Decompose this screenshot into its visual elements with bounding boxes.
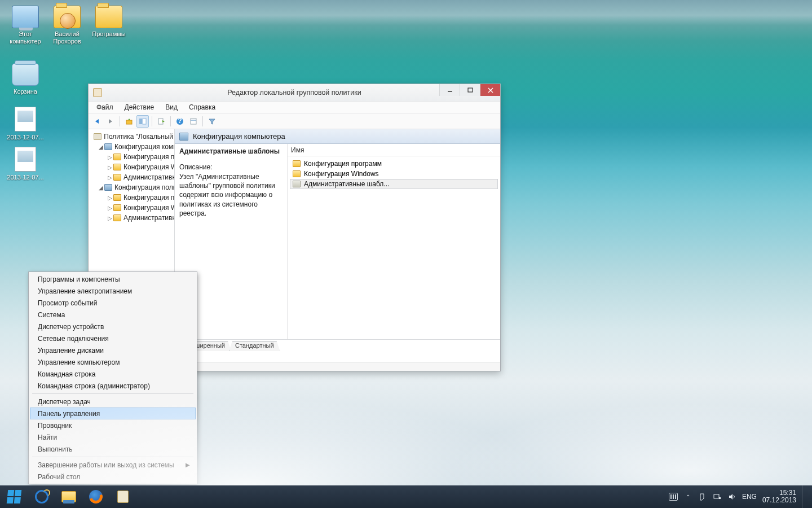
- menu-shutdown-signout[interactable]: Завершение работы или выход из системы▶: [30, 459, 196, 471]
- start-button[interactable]: [0, 485, 28, 508]
- list-item[interactable]: Конфигурация Windows: [290, 169, 498, 179]
- action-center-icon[interactable]: [698, 492, 707, 501]
- menu-network-connections[interactable]: Сетевые подключения: [30, 332, 196, 344]
- menu-disk-management[interactable]: Управление дисками: [30, 344, 196, 356]
- tray-overflow-button[interactable]: ⌃: [683, 492, 692, 501]
- window-title: Редактор локальной групповой политики: [89, 89, 500, 97]
- show-desktop-button[interactable]: [802, 485, 806, 508]
- help-button[interactable]: ?: [174, 115, 186, 128]
- column-header-name[interactable]: Имя: [288, 144, 500, 156]
- svg-rect-10: [191, 119, 196, 124]
- menu-file[interactable]: Файл: [92, 102, 118, 112]
- separator: [120, 116, 120, 126]
- menu-run[interactable]: Выполнить: [30, 443, 196, 455]
- menu-system[interactable]: Система: [30, 309, 196, 321]
- menu-power-options[interactable]: Управление электропитанием: [30, 285, 196, 297]
- back-button[interactable]: [91, 115, 103, 128]
- tree-root[interactable]: Политика "Локальный: [89, 132, 174, 142]
- menu-task-manager[interactable]: Диспетчер задач: [30, 396, 196, 408]
- menu-programs-features[interactable]: Программы и компоненты: [30, 273, 196, 285]
- desktop-icon-label: 2013-12-07...: [5, 134, 46, 141]
- tree-item[interactable]: ▷Конфигурация W: [89, 162, 174, 172]
- export-button[interactable]: [155, 115, 167, 128]
- svg-rect-5: [139, 119, 142, 124]
- tree-item[interactable]: ▷Конфигурация п: [89, 192, 174, 203]
- titlebar[interactable]: Редактор локальной групповой политики: [89, 84, 500, 101]
- tree-item[interactable]: ▷Конфигурация W: [89, 203, 174, 213]
- taskbar-gpedit[interactable]: [109, 485, 136, 508]
- menu-command-prompt-admin[interactable]: Командная строка (администратор): [30, 380, 196, 392]
- taskbar-ie[interactable]: [28, 485, 55, 508]
- description-label: Описание:: [179, 163, 283, 171]
- menu-device-manager[interactable]: Диспетчер устройств: [30, 321, 196, 332]
- properties-button[interactable]: [187, 115, 200, 128]
- menu-event-viewer[interactable]: Просмотр событий: [30, 297, 196, 309]
- network-icon[interactable]: [713, 492, 722, 501]
- folder-icon: [113, 174, 121, 181]
- up-button[interactable]: [123, 115, 135, 128]
- content-header: Конфигурация компьютера: [175, 129, 500, 144]
- policy-icon: [94, 133, 102, 140]
- menu-command-prompt[interactable]: Командная строка: [30, 368, 196, 380]
- description-text: Узел "Административные шаблоны" группово…: [179, 172, 283, 218]
- menu-separator: [32, 457, 193, 457]
- language-indicator[interactable]: ENG: [742, 492, 757, 501]
- desktop-icon-label: Этот компьютер: [5, 30, 46, 45]
- taskbar-firefox[interactable]: [82, 485, 109, 508]
- desktop-icon-this-pc[interactable]: Этот компьютер: [5, 6, 46, 45]
- desktop-icon-recycle-bin[interactable]: Корзина: [5, 63, 46, 95]
- view-tabs: Расширенный Стандартный: [175, 339, 500, 351]
- tree-item[interactable]: ▷Административн: [89, 172, 174, 182]
- menubar: Файл Действие Вид Справка: [89, 101, 500, 113]
- volume-icon[interactable]: [727, 492, 736, 501]
- menu-desktop[interactable]: Рабочий стол: [30, 471, 196, 483]
- app-icon: [93, 88, 102, 97]
- menu-help[interactable]: Справка: [184, 102, 220, 112]
- close-button[interactable]: [480, 84, 500, 96]
- recycle-bin-icon: [12, 63, 39, 86]
- maximize-button[interactable]: [460, 84, 480, 96]
- minimize-button[interactable]: [439, 84, 460, 96]
- menu-computer-management[interactable]: Управление компьютером: [30, 356, 196, 368]
- menu-separator: [32, 393, 193, 394]
- windows-logo-icon: [7, 490, 22, 503]
- keyboard-icon: [669, 493, 678, 501]
- tree-item[interactable]: ▷Конфигурация п: [89, 152, 174, 162]
- forward-button[interactable]: [104, 115, 117, 128]
- list-item[interactable]: Конфигурация программ: [290, 159, 498, 169]
- templates-icon: [293, 181, 301, 187]
- computer-config-icon: [179, 133, 188, 141]
- content-title: Конфигурация компьютера: [193, 132, 285, 141]
- menu-search[interactable]: Найти: [30, 431, 196, 443]
- tab-standard[interactable]: Стандартный: [229, 341, 280, 351]
- taskbar-explorer[interactable]: [55, 485, 82, 508]
- touch-keyboard-button[interactable]: [669, 492, 678, 501]
- svg-rect-1: [468, 88, 473, 92]
- svg-rect-6: [143, 119, 146, 124]
- content-pane: Конфигурация компьютера Административные…: [175, 129, 500, 351]
- tree-user-config[interactable]: ◢Конфигурация поль: [89, 182, 174, 192]
- clock[interactable]: 15:31 07.12.2013: [762, 489, 796, 504]
- system-tray: ⌃ ENG 15:31 07.12.2013: [663, 485, 812, 508]
- menu-view[interactable]: Вид: [161, 102, 182, 112]
- computer-icon: [12, 6, 39, 28]
- separator: [170, 116, 171, 126]
- folder-icon: [293, 160, 301, 167]
- desktop-icon-file-1[interactable]: 2013-12-07...: [5, 107, 46, 141]
- desktop-icon-file-2[interactable]: 2013-12-07...: [5, 147, 46, 181]
- tree-item[interactable]: ▷Административн: [89, 213, 174, 223]
- desktop-icon-programs[interactable]: Программы: [88, 6, 130, 45]
- menu-explorer[interactable]: Проводник: [30, 419, 196, 431]
- content-columns: Административные шаблоны Описание: Узел …: [175, 144, 500, 339]
- toolbar: ?: [89, 113, 500, 129]
- tree-computer-config[interactable]: ◢Конфигурация комп: [89, 142, 174, 152]
- folder-icon: [113, 164, 121, 170]
- list-item[interactable]: Административные шабл...: [290, 179, 498, 189]
- desktop-icon-user[interactable]: Василий Прохоров: [46, 6, 88, 45]
- separator: [152, 116, 152, 126]
- show-tree-button[interactable]: [136, 115, 149, 128]
- menu-action[interactable]: Действие: [120, 102, 159, 112]
- desktop-icon-label: Программы: [88, 30, 130, 38]
- menu-control-panel[interactable]: Панель управления: [30, 408, 196, 419]
- filter-button[interactable]: [206, 115, 218, 128]
